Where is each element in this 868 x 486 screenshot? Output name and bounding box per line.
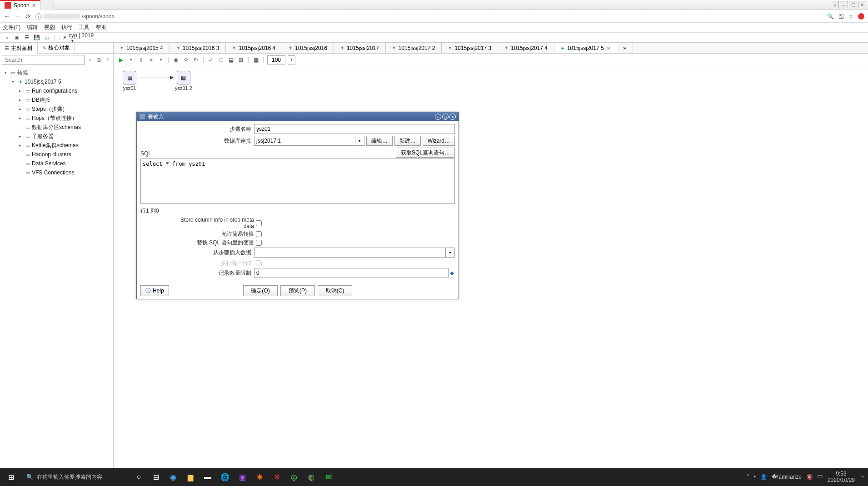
dialog-titlebar[interactable]: 表输入 – ◻ ✕ [137, 112, 459, 121]
left-tab-core[interactable]: ✎ 核心对象 [38, 43, 75, 53]
tree-steps[interactable]: ▸▭Steps（步骤） [0, 104, 113, 114]
editor-tab-active[interactable]: ✦1015jssj2017 5✕ [554, 43, 617, 54]
play-icon[interactable]: ▶ [117, 56, 125, 64]
tree-hops[interactable]: ▸▭Hops（节点连接） [0, 114, 113, 123]
tree-partition-schemas[interactable]: ▭数据库分区schemas [0, 123, 113, 132]
explore-db-icon[interactable]: ⊞ [237, 56, 244, 64]
editor-tab[interactable]: ✦1015jssj2015 4 [114, 43, 170, 53]
key-icon[interactable]: ⚿ [838, 13, 844, 20]
url-field[interactable]: i /spoon/spoon [35, 13, 823, 20]
stop-dropdown-icon[interactable]: ▼ [157, 56, 165, 64]
insert-from-step-select[interactable] [254, 248, 446, 258]
tree-run-configurations[interactable]: ▸▭Run configurations [0, 86, 113, 95]
help-button[interactable]: ⓘHelp [140, 285, 169, 296]
tree-transformation[interactable]: ▾✦1015jssj2017 5 [0, 77, 113, 86]
expand-all-icon[interactable]: ⧉ [95, 56, 102, 64]
zoom-input[interactable] [267, 55, 285, 64]
step-name-input[interactable] [254, 124, 455, 134]
editor-tab[interactable]: ✦1015jssj2016 3 [170, 43, 226, 53]
menu-help[interactable]: 帮助 [96, 24, 107, 31]
sql-textarea[interactable] [140, 159, 455, 204]
tree-root[interactable]: ▾▭转换 [0, 68, 113, 77]
search-icon[interactable]: 🔍 [827, 13, 834, 20]
open-icon[interactable]: ▣ [13, 34, 21, 41]
impact-icon[interactable]: ⬡ [217, 56, 224, 64]
collapse-all-icon[interactable]: ≡ [104, 56, 111, 64]
tree-hadoop-clusters[interactable]: ▭Hadoop clusters [0, 150, 113, 159]
tree-db-connections[interactable]: ▸▭DB连接 [0, 95, 113, 104]
debug-icon[interactable]: ⚲ [182, 56, 190, 64]
menu-file[interactable]: 文件(F) [3, 24, 20, 31]
dialog-maximize-icon[interactable]: ◻ [442, 114, 449, 120]
tree-vfs-connections[interactable]: ▭VFS Connections [0, 168, 113, 177]
menu-view[interactable]: 视图 [44, 24, 55, 31]
back-icon[interactable]: ← [4, 13, 10, 20]
editor-tab[interactable]: ✦1015jssj2016 4 [226, 43, 282, 53]
new-icon[interactable]: ▫ [3, 34, 11, 41]
preview-button[interactable]: 预览(P) [280, 285, 315, 296]
reload-icon[interactable]: ⟳ [25, 13, 31, 20]
forward-icon[interactable]: → [15, 13, 21, 20]
variable-icon[interactable]: ◆ [449, 270, 455, 276]
sql-icon[interactable]: ⬓ [227, 56, 234, 64]
replace-vars-checkbox[interactable] [256, 240, 262, 246]
db-connection-select[interactable] [254, 136, 355, 146]
save-icon[interactable]: 💾 [33, 34, 41, 41]
replay-icon[interactable]: ↻ [192, 56, 200, 64]
step-node[interactable]: ▦ ysz01 2 [175, 71, 192, 91]
maximize-icon[interactable]: ▢ [849, 1, 857, 8]
step-node[interactable]: ▦ ysz01 [123, 71, 136, 91]
get-sql-button[interactable]: 获取SQL查询语句… [396, 148, 455, 158]
tree-data-services[interactable]: ▭Data Services [0, 159, 113, 168]
close-tab-icon[interactable]: ✕ [607, 46, 610, 51]
explore-icon[interactable]: ☰ [23, 34, 31, 41]
dialog-minimize-icon[interactable]: – [435, 114, 441, 120]
menu-run[interactable]: 执行 [61, 24, 72, 31]
pause-icon[interactable]: ⏸ [137, 56, 145, 64]
menu-edit[interactable]: 编辑 [27, 24, 38, 31]
hop-arrow[interactable] [139, 78, 173, 78]
editor-tab[interactable]: ✦1015jssj2017 [334, 43, 386, 53]
tree-cluster-schemas[interactable]: ▸▭Kettle集群schemas [0, 141, 113, 150]
stop-icon[interactable]: ■ [147, 56, 155, 64]
play-dropdown-icon[interactable]: ▼ [127, 56, 135, 64]
user-label[interactable]: cyp | 2019▼ [69, 32, 865, 43]
show-results-icon[interactable]: ▦ [252, 56, 259, 64]
clear-search-icon[interactable]: × [86, 57, 93, 63]
transformation-canvas[interactable]: ▦ ysz01 ▦ ysz01 2 表输入 – ◻ ✕ [114, 66, 868, 468]
chevron-down-icon[interactable]: ▼ [446, 248, 455, 258]
insert-from-step-label: 从步骤插入数据 [140, 249, 254, 257]
editor-tab[interactable]: ✦1015jssj2017 4 [498, 43, 554, 53]
menu-tools[interactable]: 工具 [79, 24, 90, 31]
dialog-close-icon[interactable]: ✕ [449, 114, 456, 120]
new-connection-button[interactable]: 新建… [394, 136, 421, 146]
preview-icon[interactable]: ◉ [172, 56, 180, 64]
chevron-down-icon[interactable]: ▼ [355, 136, 364, 146]
saveas-icon[interactable]: ⎙ [43, 34, 51, 41]
browser-tab-new[interactable] [40, 0, 54, 10]
cancel-button[interactable]: 取消(C) [318, 285, 352, 296]
zoom-dropdown-icon[interactable]: ▼ [288, 55, 295, 64]
extension-icon[interactable] [858, 13, 864, 20]
record-limit-input[interactable] [254, 268, 449, 278]
tabs-overflow-icon[interactable]: » [617, 43, 634, 53]
search-input[interactable] [2, 55, 85, 65]
editor-tab[interactable]: ✦1015jssj2016 [282, 43, 334, 53]
user-icon[interactable]: ⍶ [831, 1, 839, 8]
verify-icon[interactable]: ✓ [207, 56, 215, 64]
minimize-icon[interactable]: — [840, 1, 848, 8]
editor-tab[interactable]: ✦1015jssj2017 3 [442, 43, 498, 53]
lazy-conversion-checkbox[interactable] [256, 231, 262, 237]
tree-slave-servers[interactable]: ▸▭子服务器 [0, 132, 113, 141]
ok-button[interactable]: 确定(O) [243, 285, 278, 296]
tab-close-icon[interactable]: × [32, 2, 35, 9]
store-meta-checkbox[interactable] [256, 220, 262, 226]
browser-tab-active[interactable]: Spoon × [0, 0, 40, 10]
left-tab-main[interactable]: ☰ 主对象树 [0, 43, 38, 54]
edit-connection-button[interactable]: 编辑… [366, 136, 393, 146]
star-icon[interactable]: ☆ [848, 13, 853, 20]
wizard-button[interactable]: Wizard… [423, 136, 455, 146]
editor-tab[interactable]: ✦1015jssj2017 2 [386, 43, 442, 53]
close-window-icon[interactable]: ✕ [858, 1, 866, 8]
perspective-icon[interactable]: ⬚▾ [59, 34, 67, 41]
